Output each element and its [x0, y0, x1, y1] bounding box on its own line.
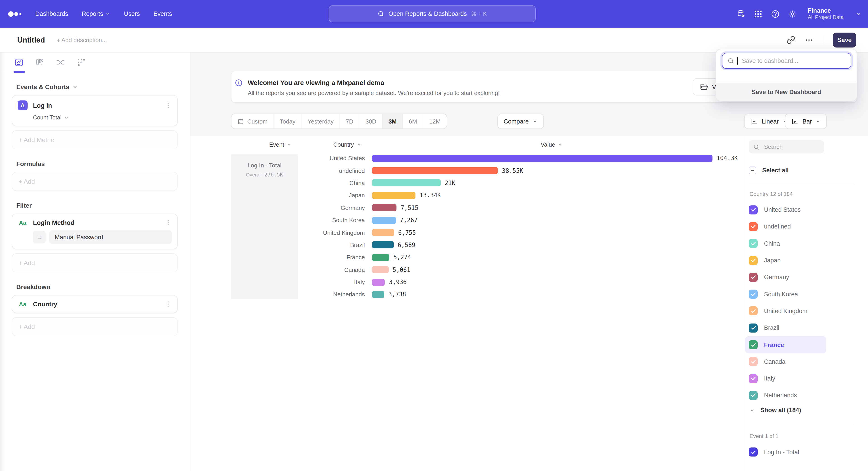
- events-cohorts-header[interactable]: Events & Cohorts: [16, 83, 178, 90]
- legend-checkbox[interactable]: [749, 357, 758, 366]
- select-all-row[interactable]: Select all: [749, 167, 789, 174]
- metric-letter-badge: A: [18, 100, 28, 110]
- project-switcher[interactable]: Finance All Project Data: [808, 7, 844, 20]
- legend-checkbox[interactable]: [749, 340, 758, 349]
- tab-retention-icon[interactable]: [77, 58, 86, 67]
- column-header-event[interactable]: Event: [269, 141, 291, 148]
- legend-checkbox[interactable]: [749, 256, 758, 265]
- range-yesterday[interactable]: Yesterday: [302, 114, 340, 128]
- legend-checkbox[interactable]: [749, 222, 758, 231]
- kebab-menu-icon[interactable]: [164, 300, 172, 308]
- compare-dropdown[interactable]: Compare: [497, 114, 544, 129]
- add-description-button[interactable]: + Add description...: [57, 36, 107, 43]
- tab-insights-icon[interactable]: [14, 58, 24, 67]
- report-title[interactable]: Untitled: [17, 35, 45, 44]
- help-icon[interactable]: [771, 9, 780, 18]
- bar-segment[interactable]: [372, 216, 396, 224]
- bar-segment[interactable]: [372, 229, 394, 236]
- range-30d[interactable]: 30D: [360, 114, 383, 128]
- tab-flows-icon[interactable]: [56, 58, 65, 67]
- event-legend-item[interactable]: Log In - Total: [749, 447, 799, 457]
- save-button[interactable]: Save: [833, 32, 856, 47]
- legend-checkbox[interactable]: [749, 374, 758, 383]
- nav-link-events[interactable]: Events: [153, 10, 172, 17]
- more-options-icon[interactable]: [805, 35, 813, 44]
- legend-item-south-korea[interactable]: South Korea: [745, 286, 827, 303]
- global-search-button[interactable]: Open Reports & Dashboards ⌘ + K: [329, 5, 536, 22]
- save-dashboard-search-field[interactable]: [722, 53, 851, 69]
- column-header-value[interactable]: Value: [541, 141, 563, 148]
- add-filter-button[interactable]: + Add: [12, 254, 178, 272]
- add-metric-button[interactable]: + Add Metric: [12, 130, 178, 149]
- kebab-menu-icon[interactable]: [164, 102, 172, 109]
- legend-checkbox[interactable]: [749, 290, 758, 299]
- legend-checkbox[interactable]: [749, 205, 758, 214]
- range-6m[interactable]: 6M: [403, 114, 423, 128]
- legend-item-netherlands[interactable]: Netherlands: [745, 387, 827, 404]
- range-custom[interactable]: Custom: [231, 114, 274, 128]
- data-management-icon[interactable]: [736, 9, 745, 18]
- check-icon: [750, 240, 756, 246]
- legend-item-japan[interactable]: Japan: [745, 252, 827, 269]
- bar-segment[interactable]: [372, 278, 385, 286]
- legend-checkbox[interactable]: [749, 273, 758, 282]
- global-search-placeholder: Open Reports & Dashboards: [389, 10, 467, 17]
- nav-link-reports[interactable]: Reports: [82, 10, 111, 17]
- legend-item-china[interactable]: China: [745, 235, 827, 252]
- bar-segment[interactable]: [372, 254, 389, 261]
- breakdown-property-name[interactable]: Country: [33, 300, 164, 308]
- range-12m[interactable]: 12M: [423, 114, 447, 128]
- legend-item-germany[interactable]: Germany: [745, 269, 827, 286]
- filter-operator-dropdown[interactable]: =: [33, 231, 46, 243]
- legend-item-brazil[interactable]: Brazil: [745, 319, 827, 336]
- metric-aggregation-dropdown[interactable]: Count Total: [33, 115, 172, 121]
- event-checkbox[interactable]: [749, 447, 758, 457]
- bar-segment[interactable]: [372, 241, 394, 248]
- legend-checkbox[interactable]: [749, 323, 758, 332]
- range-today[interactable]: Today: [274, 114, 302, 128]
- nav-link-users[interactable]: Users: [124, 10, 140, 17]
- add-breakdown-button[interactable]: + Add: [12, 317, 178, 336]
- bar-segment[interactable]: [372, 204, 397, 211]
- bar-segment[interactable]: [372, 179, 440, 187]
- legend-item-canada[interactable]: Canada: [745, 353, 827, 370]
- bar-segment[interactable]: [372, 154, 712, 162]
- add-formula-button[interactable]: + Add: [12, 172, 178, 191]
- apps-grid-icon[interactable]: [753, 9, 763, 18]
- legend-item-france[interactable]: France: [745, 336, 827, 353]
- bar-segment[interactable]: [372, 167, 498, 174]
- settings-gear-icon[interactable]: [788, 9, 797, 18]
- legend-checkbox[interactable]: [749, 306, 758, 316]
- navbar-actions: Finance All Project Data: [736, 0, 862, 28]
- show-all-button[interactable]: Show all (184): [749, 407, 801, 414]
- copy-link-icon[interactable]: [786, 35, 795, 44]
- filter-value-dropdown[interactable]: Manual Password: [49, 230, 172, 244]
- chart-type-dropdown[interactable]: Bar: [785, 114, 827, 129]
- bar-segment[interactable]: [372, 266, 389, 273]
- legend-search-input[interactable]: [763, 143, 815, 151]
- bar-segment[interactable]: [372, 291, 384, 298]
- mixpanel-logo-icon[interactable]: [7, 9, 29, 18]
- chevron-down-icon[interactable]: [855, 11, 862, 17]
- range-7d[interactable]: 7D: [340, 114, 360, 128]
- save-to-new-dashboard-button[interactable]: Save to New Dashboard: [716, 83, 857, 101]
- divider: [823, 35, 823, 45]
- range-3m[interactable]: 3M: [383, 114, 403, 128]
- bar-segment[interactable]: [372, 192, 416, 199]
- tab-funnels-icon[interactable]: [35, 58, 44, 67]
- legend-search[interactable]: [749, 140, 824, 153]
- save-dashboard-input[interactable]: [741, 57, 840, 65]
- filter-property-name[interactable]: Login Method: [33, 219, 164, 226]
- nav-link-dashboards[interactable]: Dashboards: [35, 10, 68, 17]
- legend-item-united-kingdom[interactable]: United Kingdom: [745, 303, 827, 320]
- kebab-menu-icon[interactable]: [164, 219, 172, 226]
- legend-item-undefined[interactable]: undefined: [745, 218, 827, 235]
- metric-event-name[interactable]: Log In: [33, 102, 164, 109]
- legend-item-united-states[interactable]: United States: [745, 201, 827, 218]
- legend-checkbox[interactable]: [749, 391, 758, 400]
- legend-checkbox[interactable]: [749, 239, 758, 248]
- legend-item-italy[interactable]: Italy: [745, 370, 827, 387]
- select-all-checkbox[interactable]: [749, 167, 756, 174]
- legend-label: Brazil: [764, 324, 779, 331]
- column-header-country[interactable]: Country: [333, 141, 361, 148]
